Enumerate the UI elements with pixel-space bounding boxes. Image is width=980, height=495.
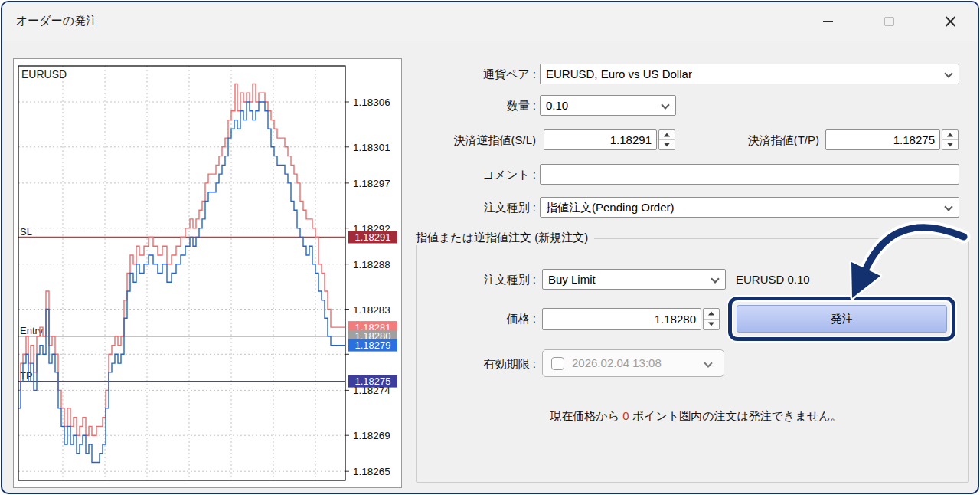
svg-text:1.18275: 1.18275: [355, 375, 391, 387]
volume-label: 数量 :: [385, 95, 536, 116]
spin-down-icon[interactable]: [704, 320, 719, 330]
chevron-down-icon: [661, 100, 669, 109]
tick-chart-panel: 1.183061.183011.182971.182921.182881.182…: [13, 58, 402, 488]
order-dialog: オーダーの発注 1.183061.183011.182971.182921.18…: [1, 1, 979, 494]
minimize-button[interactable]: [810, 9, 845, 34]
svg-text:1.18279: 1.18279: [355, 339, 391, 351]
stop-loss-stepper: [658, 129, 675, 150]
place-order-button[interactable]: 発注: [737, 305, 947, 333]
expiry-label: 有効期限 :: [385, 353, 536, 374]
chevron-down-icon: [944, 69, 952, 77]
comment-label: コメント :: [385, 164, 536, 185]
order-summary: EURUSD 0.10: [736, 269, 810, 290]
expiry-value: 2026.02.04 13:08: [572, 356, 662, 369]
svg-text:EURUSD: EURUSD: [21, 68, 67, 80]
close-button[interactable]: [933, 9, 968, 34]
chevron-down-icon: [944, 202, 952, 211]
expiry-control[interactable]: 2026.02.04 13:08: [542, 349, 724, 377]
svg-text:1.18291: 1.18291: [355, 231, 391, 243]
spin-down-icon[interactable]: [659, 140, 675, 150]
take-profit-input[interactable]: [825, 129, 940, 150]
notice-text: 現在価格から 0 ポイント圏内の注文は発注できません。: [431, 409, 961, 424]
spin-up-icon[interactable]: [659, 130, 675, 140]
svg-text:SL: SL: [20, 226, 32, 238]
pending-type-label: 注文種別 :: [385, 269, 536, 290]
price-label: 価格 :: [385, 308, 536, 329]
chevron-down-icon: [704, 359, 712, 367]
svg-text:1.18265: 1.18265: [353, 466, 390, 477]
expiry-checkbox[interactable]: [551, 357, 564, 370]
spin-up-icon[interactable]: [704, 309, 719, 320]
chevron-down-icon: [710, 274, 719, 283]
pending-type-select[interactable]: Buy Limit: [542, 269, 726, 290]
svg-text:1.18269: 1.18269: [353, 430, 390, 441]
price-stepper: [703, 308, 720, 330]
comment-input[interactable]: [540, 164, 959, 185]
stop-loss-label: 決済逆指値(S/L): [385, 129, 536, 150]
volume-select[interactable]: 0.10: [540, 95, 676, 116]
minimize-icon: [823, 21, 833, 22]
pending-order-group-title: 指値または逆指値注文 (新規注文): [416, 231, 594, 245]
maximize-icon: [884, 17, 894, 26]
spin-down-icon[interactable]: [942, 140, 958, 150]
notice-highlight: 0: [622, 409, 629, 422]
title-bar: オーダーの発注: [2, 2, 978, 41]
take-profit-label: 決済指値(T/P): [691, 129, 819, 150]
order-type-select[interactable]: 指値注文(Pending Order): [540, 197, 959, 218]
stop-loss-input[interactable]: [544, 129, 657, 150]
symbol-select[interactable]: EURUSD, Euro vs US Dollar: [540, 64, 959, 84]
order-type-label: 注文種別 :: [385, 197, 536, 218]
tick-chart: 1.183061.183011.182971.182921.182881.182…: [14, 59, 401, 487]
maximize-button[interactable]: [871, 9, 906, 34]
price-input[interactable]: [542, 308, 701, 330]
take-profit-stepper: [942, 129, 959, 150]
window-title: オーダーの発注: [16, 14, 97, 28]
symbol-label: 通貨ペア :: [385, 64, 536, 84]
spin-up-icon[interactable]: [942, 130, 958, 140]
